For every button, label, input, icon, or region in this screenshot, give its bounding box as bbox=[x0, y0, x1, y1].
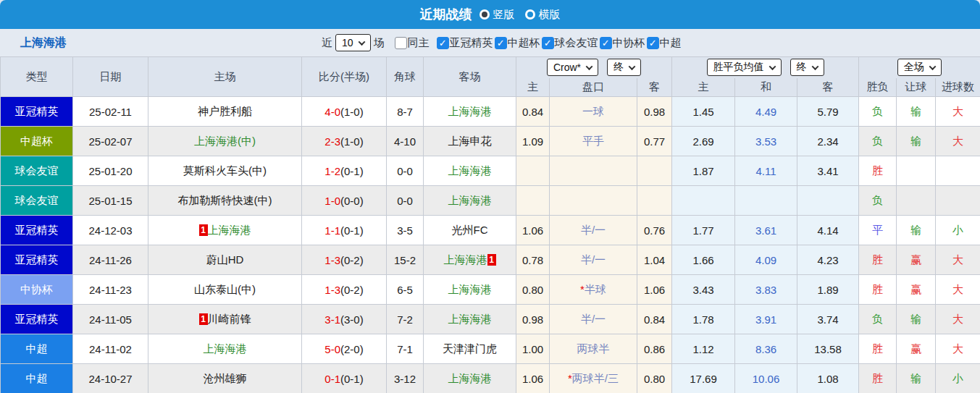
away-odds: 0.84 bbox=[637, 305, 672, 334]
handicap-name: 两球半/三 bbox=[572, 372, 619, 384]
score-full: 1-1 bbox=[324, 224, 340, 237]
score-full: 1-2 bbox=[324, 165, 340, 177]
checkbox-label: 亚冠精英 bbox=[450, 36, 493, 50]
checkbox-icon[interactable]: ✓ bbox=[437, 37, 449, 49]
avg-stage-select[interactable]: 终 bbox=[790, 59, 824, 76]
away-team: 光州FC bbox=[424, 216, 516, 245]
checkbox-label: 中超杯 bbox=[508, 36, 540, 50]
team-name-text: 上海海港 bbox=[204, 342, 247, 355]
table-row: 中超 24-11-02 上海海港 5-0(2-0) 7-1 天津津门虎 1.00… bbox=[1, 334, 980, 364]
checkbox-icon[interactable]: ✓ bbox=[542, 37, 554, 49]
score-half: (0-1) bbox=[340, 373, 364, 385]
radio-icon[interactable] bbox=[525, 9, 535, 20]
avg-select[interactable]: 胜平负均值 bbox=[707, 59, 782, 76]
chevron-down-icon bbox=[811, 63, 818, 70]
home-odds: 0.80 bbox=[516, 275, 550, 305]
match-date: 25-02-11 bbox=[73, 97, 148, 127]
handicap: 平手 bbox=[550, 127, 637, 156]
competition-badge: 亚冠精英 bbox=[1, 216, 73, 245]
handicap-name: 两球半 bbox=[577, 342, 610, 355]
col-header-avg-home: 主 bbox=[672, 78, 735, 97]
scope-select[interactable]: 全场 bbox=[897, 59, 942, 76]
competition-badge: 中协杯 bbox=[1, 275, 73, 305]
score-cell: 1-2(0-1) bbox=[302, 156, 387, 186]
match-date: 25-01-20 bbox=[73, 156, 148, 186]
match-date: 24-11-26 bbox=[73, 245, 148, 275]
score-cell: 5-0(2-0) bbox=[302, 334, 387, 364]
home-team: 神户胜利船 bbox=[148, 97, 302, 127]
result-handicap bbox=[897, 186, 936, 216]
corner-score: 3-5 bbox=[387, 216, 424, 245]
score-full: 2-3 bbox=[324, 135, 340, 148]
home-team: 山东泰山(中) bbox=[148, 275, 302, 305]
team-name-text: 上海海港 bbox=[448, 164, 492, 177]
avg-draw: 8.36 bbox=[735, 334, 797, 364]
radio-label: 横版 bbox=[539, 8, 561, 22]
corner-score: 7-1 bbox=[387, 334, 424, 364]
team-name-text: 上海海港 bbox=[444, 253, 487, 266]
chevron-down-icon bbox=[768, 63, 776, 70]
chevron-down-icon bbox=[929, 63, 937, 70]
result-goals: 小 bbox=[936, 364, 980, 393]
home-team: 莫斯科火车头(中) bbox=[148, 156, 302, 186]
result-goals: 大 bbox=[936, 334, 980, 364]
score-cell: 4-0(1-0) bbox=[302, 97, 387, 127]
avg-select-cell: 胜平负均值 终 bbox=[672, 57, 859, 78]
away-team: 上海海港 bbox=[424, 156, 516, 186]
chevron-down-icon bbox=[358, 38, 365, 46]
recent-label: 近 bbox=[322, 36, 332, 50]
checkbox-icon[interactable]: ✓ bbox=[495, 37, 507, 49]
score-cell: 2-3(1-0) bbox=[302, 127, 387, 156]
table-row: 球会友谊 25-01-15 布加勒斯特快速(中) 1-0(0-0) 0-0 上海… bbox=[1, 186, 980, 216]
filter-checkbox-item[interactable]: ✓ 亚冠精英 bbox=[437, 36, 493, 50]
competition-badge: 球会友谊 bbox=[1, 186, 73, 216]
avg-home: 17.69 bbox=[672, 364, 735, 393]
handicap-name: 半/一 bbox=[581, 313, 606, 325]
filter-checkbox-item[interactable]: ✓ 中超 bbox=[647, 36, 682, 50]
col-header-let-goal: 让球 bbox=[897, 78, 936, 97]
competition-badge: 亚冠精英 bbox=[1, 97, 73, 127]
bookmaker-select[interactable]: Crow* bbox=[547, 59, 598, 76]
corner-score: 4-10 bbox=[387, 127, 424, 156]
avg-away bbox=[797, 186, 859, 216]
home-team: 布加勒斯特快速(中) bbox=[148, 186, 302, 216]
recent-count-select[interactable]: 10 bbox=[335, 34, 371, 51]
radio-icon[interactable] bbox=[479, 9, 490, 20]
result-wdl: 负 bbox=[859, 127, 897, 156]
filter-checkbox-item[interactable]: ✓ 球会友谊 bbox=[542, 36, 598, 50]
checkbox-icon[interactable] bbox=[395, 37, 407, 49]
score-half: (1-0) bbox=[340, 106, 364, 118]
handicap: *两球半/三 bbox=[550, 364, 637, 393]
away-odds: 0.77 bbox=[637, 127, 672, 156]
filter-checkbox-item[interactable]: 同主 bbox=[395, 36, 430, 50]
table-row: 亚冠精英 24-12-03 1上海海港 1-1(0-1) 3-5 光州FC 1.… bbox=[1, 216, 980, 245]
layout-radio-item[interactable]: 横版 bbox=[525, 8, 561, 22]
col-header-wdl: 胜负 bbox=[859, 78, 897, 97]
score-full: 5-0 bbox=[324, 343, 340, 355]
competition-badge: 中超杯 bbox=[1, 127, 73, 156]
checkbox-icon[interactable]: ✓ bbox=[600, 37, 612, 49]
filter-checkbox-item[interactable]: ✓ 中协杯 bbox=[600, 36, 645, 50]
handicap: 半/一 bbox=[550, 245, 637, 275]
table-row: 亚冠精英 24-11-26 蔚山HD 1-3(0-2) 15-2 上海海港1 0… bbox=[1, 245, 980, 275]
layout-radio-item[interactable]: 竖版 bbox=[479, 8, 515, 22]
home-odds bbox=[516, 156, 550, 186]
filter-checkbox-item[interactable]: ✓ 中超杯 bbox=[495, 36, 540, 50]
recent-count-value: 10 bbox=[342, 37, 353, 48]
match-date: 24-10-27 bbox=[73, 364, 148, 393]
score-half: (3-0) bbox=[340, 313, 364, 326]
avg-draw: 3.53 bbox=[735, 127, 797, 156]
score-half: (0-2) bbox=[340, 284, 364, 296]
filter-bar: 上海海港 近 10 场 同主 ✓ 亚冠精英 ✓ 中超杯 ✓ 球会友谊 ✓ 中协杯… bbox=[0, 29, 980, 56]
result-wdl: 胜 bbox=[859, 156, 897, 186]
corner-score: 3-12 bbox=[387, 364, 424, 393]
page-title: 近期战绩 bbox=[420, 6, 472, 23]
bookmaker-stage-select[interactable]: 终 bbox=[607, 59, 641, 76]
competition-badge: 亚冠精英 bbox=[1, 305, 73, 334]
home-team: 1川崎前锋 bbox=[148, 305, 302, 334]
team-name-text: 上海海港 bbox=[448, 105, 492, 117]
table-row: 亚冠精英 25-02-11 神户胜利船 4-0(1-0) 8-7 上海海港 0.… bbox=[1, 97, 980, 127]
checkbox-icon[interactable]: ✓ bbox=[647, 37, 659, 49]
match-date: 24-11-23 bbox=[73, 275, 148, 305]
avg-draw bbox=[735, 186, 797, 216]
